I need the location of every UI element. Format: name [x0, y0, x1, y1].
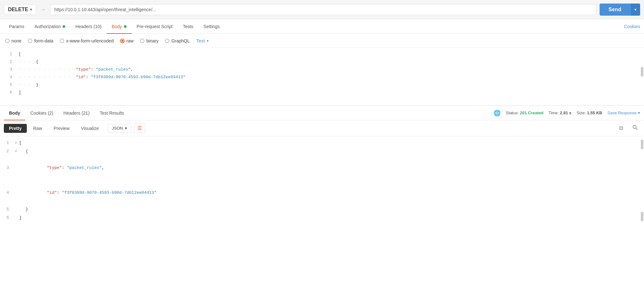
- response-format-label: JSON: [112, 126, 123, 131]
- radio-raw-circle: [120, 39, 125, 43]
- radio-raw[interactable]: raw: [120, 38, 134, 43]
- resp-line-5: 5 }: [0, 205, 644, 214]
- wrap-lines-icon: ☰: [137, 125, 142, 131]
- request-body-editor: 1 2 3 4 5 6 [ · · · ·{ · · · · · · · · ·…: [0, 48, 644, 106]
- tab-authorization-label: Authorization: [34, 24, 61, 29]
- resp-tab-test-results[interactable]: Test Results: [95, 106, 129, 120]
- resp-line-3: 3 "type": "packet_rules",: [0, 155, 644, 180]
- tab-prerequest[interactable]: Pre-request Script: [132, 19, 178, 34]
- resp-tab-body[interactable]: Body: [4, 106, 25, 120]
- view-tab-raw[interactable]: Raw: [28, 124, 47, 133]
- method-chevron-icon: ▾: [30, 7, 32, 12]
- response-status-area: 🌐 Status: 201 Created Time: 2.81 s Size:…: [494, 110, 640, 117]
- radio-urlencoded[interactable]: x-www-form-urlencoded: [60, 38, 114, 43]
- request-tabs: Params Authorization Headers (10) Body P…: [0, 19, 644, 34]
- code-line-3: · · · · · · · · · · · ·"type": "packet_r…: [19, 66, 641, 73]
- radio-form-data-label: form-data: [34, 38, 53, 43]
- search-icon: [632, 125, 638, 132]
- size-value: 1.55 KB: [587, 110, 602, 115]
- collapse-arrow-1[interactable]: ∨: [13, 139, 19, 147]
- radio-binary-label: binary: [146, 38, 158, 43]
- copy-button[interactable]: ⧉: [616, 123, 626, 133]
- send-button[interactable]: Send: [600, 4, 630, 16]
- response-format-selector[interactable]: JSON ▾: [108, 124, 131, 133]
- view-tab-pretty[interactable]: Pretty: [4, 124, 27, 133]
- format-label: Text: [196, 38, 205, 43]
- radio-raw-label: raw: [126, 38, 134, 43]
- view-tab-visualize[interactable]: Visualize: [76, 124, 104, 133]
- body-dot: [124, 25, 126, 28]
- code-line-4: · · · · · · · · · · · ·"id": "f3f0309d-9…: [19, 73, 641, 81]
- copy-icon: ⧉: [619, 125, 623, 132]
- cookies-link[interactable]: Cookies: [624, 24, 640, 29]
- request-code[interactable]: [ · · · ·{ · · · · · · · · · · · ·"type"…: [16, 50, 644, 103]
- radio-form-data-circle: [28, 39, 32, 43]
- url-input[interactable]: [50, 4, 596, 15]
- tab-settings-label: Settings: [203, 24, 220, 29]
- search-button[interactable]: [630, 123, 640, 133]
- radio-none-label: none: [12, 38, 21, 43]
- tab-headers[interactable]: Headers (10): [70, 19, 107, 34]
- radio-binary[interactable]: binary: [140, 38, 158, 43]
- radio-none-circle: [5, 39, 10, 43]
- size-label: Size: 1.55 KB: [577, 110, 602, 115]
- radio-graphql[interactable]: GraphQL: [165, 38, 190, 43]
- format-selector[interactable]: Text ▾: [196, 38, 209, 43]
- radio-graphql-label: GraphQL: [171, 38, 190, 43]
- tab-prerequest-label: Pre-request Script: [137, 24, 173, 29]
- response-action-icons: ⧉: [616, 123, 640, 133]
- resp-line-6: 6 ]: [0, 214, 644, 222]
- resp-tab-headers[interactable]: Headers (21): [58, 106, 95, 120]
- resp-line-1: 1 ∨ [: [0, 139, 644, 147]
- editor-scrollbar[interactable]: [641, 67, 643, 77]
- response-scrollbar-top[interactable]: [641, 140, 643, 149]
- response-body-area: 1 ∨ [ 2 ∨ { 3 "type": "packet_rules", 4 …: [0, 136, 644, 224]
- tab-body[interactable]: Body: [107, 19, 132, 34]
- save-response-chevron-icon: ▾: [638, 110, 640, 115]
- view-tab-preview[interactable]: Preview: [49, 124, 75, 133]
- radio-urlencoded-circle: [60, 39, 64, 43]
- authorization-dot: [63, 25, 65, 28]
- resp-line-4: 4 "id": "f3f0309d-9070-4593-b90d-7db12ee…: [0, 180, 644, 205]
- tab-settings[interactable]: Settings: [198, 19, 225, 34]
- code-line-2: · · · ·{: [19, 58, 641, 66]
- response-format-chevron-icon: ▾: [125, 126, 127, 131]
- radio-form-data[interactable]: form-data: [28, 38, 53, 43]
- tab-params-label: Params: [9, 24, 24, 29]
- resp-tab-cookies-label: Cookies (2): [30, 110, 53, 116]
- response-scrollbar-bottom[interactable]: [641, 212, 643, 221]
- resp-tab-headers-label: Headers (21): [64, 110, 90, 116]
- tab-body-label: Body: [112, 24, 122, 29]
- tab-params[interactable]: Params: [4, 19, 29, 34]
- resp-tab-cookies[interactable]: Cookies (2): [25, 106, 58, 120]
- collapse-arrow-2[interactable]: ∨: [13, 147, 19, 155]
- radio-graphql-circle: [165, 39, 169, 43]
- code-line-5: · · · ·}: [19, 81, 641, 89]
- tab-headers-label: Headers (10): [75, 24, 102, 29]
- method-label: DELETE: [8, 7, 28, 12]
- radio-none[interactable]: none: [5, 38, 21, 43]
- radio-urlencoded-label: x-www-form-urlencoded: [66, 38, 114, 43]
- send-dropdown-button[interactable]: ▾: [630, 4, 640, 16]
- svg-line-1: [636, 128, 638, 130]
- time-value: 2.81 s: [560, 110, 571, 115]
- tab-tests[interactable]: Tests: [178, 19, 198, 34]
- format-chevron-icon: ▾: [207, 39, 209, 43]
- save-response-button[interactable]: Save Response ▾: [607, 110, 640, 115]
- response-header: Body Cookies (2) Headers (21) Test Resul…: [0, 106, 644, 120]
- body-type-row: none form-data x-www-form-urlencoded raw…: [0, 34, 644, 48]
- resp-tab-body-label: Body: [9, 110, 20, 116]
- send-btn-group: Send ▾: [600, 4, 640, 16]
- response-view-row: Pretty Raw Preview Visualize JSON ▾ ☰ ⧉: [0, 120, 644, 136]
- code-line-6: ]: [19, 89, 641, 96]
- network-error-icon: 🌐: [494, 110, 501, 117]
- url-bar: DELETE ▾ → Send ▾: [0, 0, 644, 19]
- resp-line-2: 2 ∨ {: [0, 147, 644, 155]
- radio-binary-circle: [140, 39, 144, 43]
- code-line-1: [: [19, 50, 641, 58]
- wrap-lines-button[interactable]: ☰: [134, 123, 145, 133]
- status-value: 201 Created: [520, 110, 543, 115]
- tab-authorization[interactable]: Authorization: [29, 19, 70, 34]
- method-selector[interactable]: DELETE ▾: [4, 4, 36, 15]
- arrow-icon: →: [41, 7, 46, 12]
